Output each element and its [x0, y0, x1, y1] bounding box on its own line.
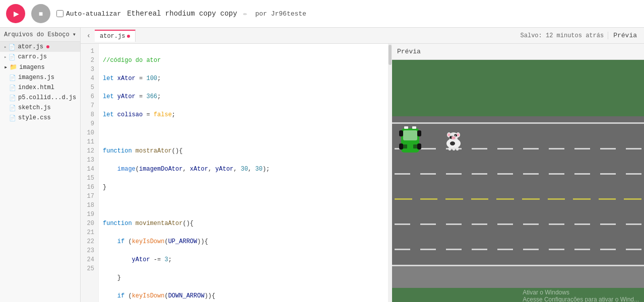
- editor-pane: ‹ ator.js Salvo: 12 minutos atrás Prévia…: [81, 28, 644, 302]
- tab-label: ator.js: [100, 33, 125, 40]
- sidebar-item-label: style.css: [18, 114, 51, 121]
- tab-ator-js[interactable]: ator.js: [95, 30, 136, 42]
- game-canvas: Ativar o Windows Acesse Configurações pa…: [392, 60, 644, 302]
- svg-rect-1: [403, 130, 417, 140]
- sidebar-item-carro-js[interactable]: ▸ 📄 carro.js: [0, 52, 80, 62]
- svg-rect-29: [453, 147, 455, 150]
- sidebar-item-label: index.html: [18, 84, 54, 91]
- svg-point-23: [452, 135, 453, 136]
- file-icon: 📄: [9, 54, 16, 60]
- svg-rect-5: [399, 130, 403, 136]
- folder-icon: 📁: [10, 63, 17, 71]
- editor-preview-split: 12345 678910 1112131415 1617181920 21222…: [81, 44, 644, 302]
- sidebar-item-label: carro.js: [18, 53, 47, 60]
- file-icon: 📄: [9, 44, 16, 50]
- sidebar: Arquivos do Esboço ▾ ▸ 📄 ator.js ▸ 📄 car…: [0, 28, 81, 302]
- sidebar-header[interactable]: Arquivos do Esboço ▾: [0, 28, 80, 42]
- preview-tab-label: Prévia: [397, 48, 421, 55]
- sidebar-item-label: imagens.js: [18, 74, 54, 81]
- svg-rect-8: [417, 143, 421, 149]
- author-label: por Jr96teste: [255, 10, 306, 18]
- sidebar-item-sketch-js[interactable]: 📄 sketch.js: [0, 103, 80, 113]
- file-icon: 📄: [9, 95, 16, 101]
- road-dashes-4: [392, 249, 644, 250]
- road-line-1: [392, 122, 644, 124]
- svg-rect-30: [456, 147, 459, 150]
- svg-rect-6: [417, 130, 421, 136]
- tab-nav-back[interactable]: ‹: [83, 30, 95, 42]
- arrow-icon: ▸: [4, 63, 8, 71]
- line-numbers: 12345 678910 1112131415 1617181920 21222…: [81, 44, 99, 302]
- preview-header: Prévia: [392, 44, 644, 60]
- road-line-bottom: [392, 265, 644, 266]
- sidebar-item-label: ator.js: [18, 43, 43, 50]
- scroll-indicator[interactable]: [388, 44, 392, 302]
- svg-rect-7: [399, 143, 403, 149]
- svg-rect-10: [412, 126, 416, 129]
- grass-bottom: [392, 288, 644, 302]
- main-area: Arquivos do Esboço ▾ ▸ 📄 ator.js ▸ 📄 car…: [0, 28, 644, 302]
- road-yellow-dashes: [392, 198, 644, 200]
- toolbar: Auto-atualizar Ethereal rhodium copy cop…: [0, 0, 644, 28]
- file-icon: 📄: [9, 74, 16, 81]
- arrow-icon: ▸: [4, 54, 7, 60]
- play-button[interactable]: [6, 4, 25, 23]
- auto-update-label[interactable]: Auto-atualizar: [56, 10, 121, 18]
- editor-tabs: ‹ ator.js: [83, 30, 136, 42]
- sidebar-header-label: Arquivos do Esboço: [4, 31, 70, 38]
- sidebar-item-p5-collid[interactable]: 📄 p5.collid...d.js: [0, 93, 80, 103]
- file-icon: 📄: [9, 115, 16, 121]
- sidebar-item-ator-js[interactable]: ▸ 📄 ator.js: [0, 42, 80, 52]
- stop-button[interactable]: [31, 4, 50, 23]
- svg-rect-28: [448, 147, 451, 150]
- preview-pane: Prévia: [392, 44, 644, 302]
- file-icon: 📄: [9, 85, 16, 91]
- modified-dot: [46, 45, 49, 48]
- sidebar-item-imagens-js[interactable]: 📄 imagens.js: [0, 72, 80, 83]
- svg-rect-9: [404, 126, 408, 129]
- auto-update-text: Auto-atualizar: [66, 10, 121, 18]
- svg-point-26: [453, 137, 454, 138]
- svg-point-20: [450, 141, 455, 145]
- sidebar-item-label: sketch.js: [18, 104, 51, 111]
- grass-top: [392, 60, 644, 116]
- road-dashes-1: [392, 148, 644, 149]
- svg-point-25: [452, 136, 456, 139]
- svg-point-16: [448, 133, 450, 136]
- code-area: 12345 678910 1112131415 1617181920 21222…: [81, 44, 392, 302]
- sidebar-item-style-css[interactable]: 📄 style.css: [0, 113, 80, 123]
- sidebar-item-index-html[interactable]: 📄 index.html: [0, 83, 80, 93]
- sidebar-dropdown-icon: ▾: [73, 31, 76, 38]
- sidebar-item-label: imagens: [19, 64, 44, 71]
- cow-sprite: [442, 129, 465, 152]
- scroll-thumb[interactable]: [389, 45, 392, 65]
- save-status: Salvo: 12 minutos atrás: [521, 32, 608, 39]
- arrow-icon: ▸: [4, 44, 7, 50]
- road-dashes-3: [392, 223, 644, 225]
- green-car: [399, 124, 421, 154]
- sidebar-item-label: p5.collid...d.js: [18, 94, 76, 101]
- edit-icon[interactable]: ✏: [243, 10, 247, 18]
- editor-tab-bar: ‹ ator.js Salvo: 12 minutos atrás Prévia: [81, 28, 644, 44]
- preview-label: Prévia: [608, 32, 642, 39]
- project-title: Ethereal rhodium copy copy: [127, 10, 237, 18]
- svg-point-24: [455, 135, 456, 136]
- road-dashes-2: [392, 173, 644, 175]
- svg-point-27: [454, 137, 455, 138]
- code-content[interactable]: //código do ator let xAtor = 100; let yA…: [99, 44, 392, 302]
- tab-modified-dot: [127, 35, 130, 38]
- svg-point-17: [457, 133, 460, 136]
- file-icon: 📄: [9, 105, 16, 111]
- sidebar-item-imagens[interactable]: ▸ 📁 imagens: [0, 62, 80, 72]
- road-body: [392, 116, 644, 265]
- auto-update-checkbox[interactable]: [56, 10, 63, 17]
